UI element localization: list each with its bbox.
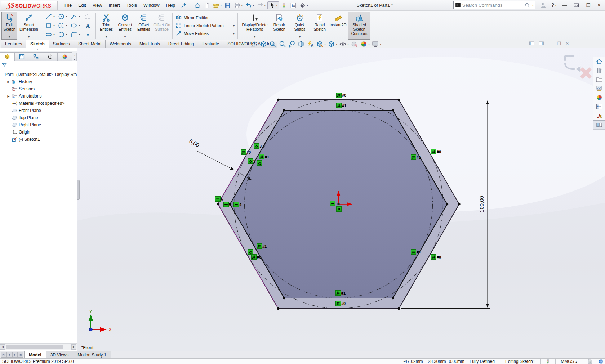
menu-edit[interactable]: Edit — [75, 1, 89, 10]
quick-tips-icon[interactable] — [598, 359, 604, 364]
search-input[interactable] — [462, 3, 523, 8]
quick-snaps-button[interactable]: Quick Snaps ▾ — [292, 12, 308, 40]
move-entities-caret[interactable]: ▾ — [233, 32, 235, 35]
exit-sketch-ghost-icon[interactable] — [565, 56, 574, 69]
file-explorer-button[interactable] — [593, 75, 605, 84]
move-entities-button[interactable]: Move Entities ▾ — [175, 30, 235, 37]
select-button[interactable]: ▾ — [267, 1, 279, 9]
nav-first-button[interactable] — [1, 352, 6, 358]
fillet-tool[interactable]: ▾ — [70, 31, 80, 38]
exit-sketch-button[interactable]: Exit Sketch ▾ — [1, 12, 17, 40]
print-button[interactable]: ▾ — [233, 2, 244, 9]
options-button[interactable] — [289, 2, 298, 9]
panel-tab-property-manager[interactable] — [15, 52, 29, 61]
nav-last-button[interactable] — [18, 352, 23, 358]
tree-item-sketch1[interactable]: (-) Sketch1 — [0, 136, 77, 143]
linear-pattern-caret[interactable]: ▾ — [233, 24, 235, 27]
save-button[interactable] — [223, 2, 232, 9]
view-normal-to-icon[interactable] — [250, 40, 258, 48]
line-tool[interactable]: ▾ — [45, 13, 55, 20]
search-box[interactable]: ▾ — [453, 1, 535, 9]
minimize-button[interactable]: — — [561, 3, 568, 8]
linear-sketch-pattern-button[interactable]: Linear Sketch Pattern ▾ — [175, 22, 235, 29]
scroll-right-arrow[interactable]: ▶ — [71, 344, 76, 350]
mirror-entities-button[interactable]: Mirror Entities — [175, 14, 235, 21]
exit-sketch-caret[interactable]: ▾ — [2, 35, 17, 39]
menu-tools[interactable]: Tools — [123, 1, 140, 10]
menu-view[interactable]: View — [89, 1, 106, 10]
hide-show-items-icon[interactable]: ▾ — [339, 40, 349, 48]
new-document-button[interactable] — [203, 2, 211, 9]
slot-tool[interactable]: ▾ — [45, 31, 55, 38]
tree-item-top-plane[interactable]: Top Plane — [0, 114, 77, 121]
menu-insert[interactable]: Insert — [106, 1, 123, 10]
open-button[interactable]: ▾ — [212, 2, 223, 9]
panel-tab-dimxpert-manager[interactable] — [43, 52, 58, 61]
convert-entities-button[interactable]: Convert Entities ▾ — [115, 12, 135, 40]
shaded-sketch-contours-button[interactable]: Shaded Sketch Contours — [348, 12, 370, 40]
expander-icon[interactable]: ▶ — [6, 95, 10, 98]
close-button[interactable]: ✕ — [596, 3, 602, 8]
sketch-canvas[interactable]: 100,00 5,00 X Y — [77, 48, 605, 351]
tree-item-front-plane[interactable]: Front Plane — [0, 107, 77, 114]
smart-dimension-caret[interactable]: ▾ — [18, 35, 40, 39]
tree-item-right-plane[interactable]: Right Plane — [0, 121, 77, 129]
document-minimize-button[interactable]: — — [548, 41, 553, 46]
solidworks-forum-button[interactable]: $ — [593, 111, 605, 120]
edit-appearance-icon[interactable] — [350, 40, 359, 48]
home-button[interactable] — [193, 2, 202, 9]
text-tool[interactable]: A — [84, 22, 92, 29]
zoom-to-fit-icon[interactable] — [259, 40, 268, 48]
show-left-pane-icon[interactable] — [529, 41, 534, 46]
user-account-icon[interactable] — [540, 2, 547, 8]
menu-window[interactable]: Window — [140, 1, 163, 10]
panel-tab-scroll-right[interactable]: ▸ — [72, 57, 77, 61]
tab-sheet-metal[interactable]: Sheet Metal — [74, 40, 106, 48]
height-dimension-text[interactable]: 100,00 — [479, 196, 485, 212]
zoom-to-area-icon[interactable] — [269, 40, 277, 48]
bottom-tab-motion-study-1[interactable]: Motion Study 1 — [73, 351, 111, 358]
solidworks-resources-button[interactable] — [593, 57, 605, 66]
polygon-tool[interactable]: ▾ — [58, 31, 67, 38]
tab-panes-button[interactable] — [593, 120, 605, 129]
tree-filter-row[interactable] — [0, 61, 77, 69]
view-palette-button[interactable] — [593, 84, 605, 93]
tab-surfaces[interactable]: Surfaces — [49, 40, 74, 48]
panel-tab-scroll[interactable]: ◂▸ — [72, 53, 77, 61]
expander-icon[interactable]: ▶ — [6, 80, 10, 84]
document-close-button[interactable]: ✕ — [565, 41, 569, 46]
filter-icon[interactable] — [1, 62, 7, 68]
search-icon[interactable] — [525, 3, 530, 8]
editing-mode[interactable]: Editing Sketch1 — [505, 359, 535, 364]
tab-sketch[interactable]: Sketch — [26, 40, 49, 48]
bottom-tab-model[interactable]: Model — [24, 351, 46, 358]
menu-help[interactable]: Help — [163, 1, 179, 10]
display-delete-relations-button[interactable]: Display/Delete Relations ▾ — [239, 12, 270, 40]
undo-button[interactable]: ▾ — [244, 2, 255, 9]
tree-item-origin[interactable]: Origin — [0, 129, 77, 136]
smart-dimension-button[interactable]: Smart Dimension ▾ — [17, 12, 40, 40]
restore-button[interactable]: ❐ — [585, 3, 591, 8]
scrollbar-thumb[interactable] — [6, 345, 63, 349]
appearances-scenes-button[interactable] — [593, 93, 605, 102]
previous-view-icon[interactable] — [288, 40, 296, 48]
tag-icon[interactable] — [587, 359, 593, 364]
custom-properties-button[interactable] — [593, 102, 605, 111]
panel-horizontal-scrollbar[interactable]: ◀ ▶ — [0, 343, 77, 350]
quick-snaps-caret[interactable]: ▾ — [292, 35, 308, 39]
tab-direct-editing[interactable]: Direct Editing — [164, 40, 198, 48]
document-restore-button[interactable]: ❐ — [557, 41, 561, 46]
unit-system[interactable]: MMGS ▴ — [561, 359, 577, 364]
show-right-pane-icon[interactable] — [539, 41, 544, 46]
trim-caret[interactable]: ▾ — [98, 35, 115, 39]
display-delete-caret[interactable]: ▾ — [240, 35, 270, 39]
tab-features[interactable]: Features — [1, 40, 26, 48]
trim-entities-button[interactable]: Trim Entities ▾ — [97, 12, 115, 40]
settings-button[interactable]: ▾ — [298, 2, 309, 9]
repair-sketch-button[interactable]: Repair Sketch — [270, 12, 288, 40]
tab-mold-tools[interactable]: Mold Tools — [135, 40, 164, 48]
scroll-left-arrow[interactable]: ◀ — [0, 344, 5, 350]
offset-dimension-text[interactable]: 5,00 — [188, 138, 201, 148]
arc-tool[interactable]: ▾ — [58, 22, 67, 29]
pin-menu-icon[interactable] — [180, 2, 188, 9]
